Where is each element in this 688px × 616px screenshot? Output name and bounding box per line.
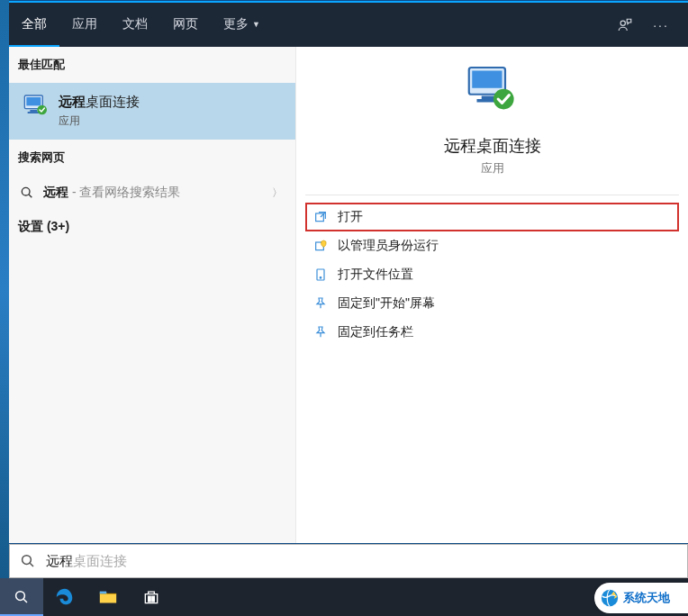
detail-subtitle: 应用 [481,160,504,177]
results-left-pane: 最佳匹配 远程桌面连接 应用 搜索网页 [9,47,296,543]
desktop-background-strip [0,0,9,579]
search-bar-icon [10,553,46,569]
svg-point-11 [493,89,513,110]
search-filter-tabs: 全部 应用 文档 网页 更多 ▼ ··· [9,3,688,47]
svg-rect-19 [149,596,151,599]
action-pin-start[interactable]: 固定到"开始"屏幕 [305,289,679,318]
action-open-location-label: 打开文件位置 [338,267,413,283]
best-match-title-bold: 远程 [59,94,86,109]
svg-point-15 [320,277,321,279]
windows-search-panel: 全部 应用 文档 网页 更多 ▼ ··· 最佳匹配 [9,1,688,543]
taskbar [0,578,688,616]
tab-all[interactable]: 全部 [9,3,59,47]
web-search-label: 远程 - 查看网络搜索结果 [43,185,180,201]
action-run-admin-label: 以管理员身份运行 [338,238,439,254]
svg-rect-9 [481,96,493,100]
svg-point-6 [22,187,30,195]
pin-start-icon [311,296,330,311]
best-match-title: 远程桌面连接 [59,94,286,111]
more-options-button[interactable]: ··· [643,3,679,47]
person-feedback-icon [617,17,633,33]
tabs-spacer [273,3,607,47]
tab-more-label: 更多 [223,16,249,32]
folder-icon [98,587,118,607]
chevron-right-icon: 〉 [272,186,283,201]
svg-point-16 [23,556,32,565]
action-open-label: 打开 [338,209,363,225]
web-search-suffix: - 查看网络搜索结果 [68,185,180,199]
svg-rect-3 [30,110,37,112]
section-web: 搜索网页 [9,140,295,176]
svg-point-5 [37,105,47,115]
taskbar-explorer-button[interactable] [86,578,130,616]
taskbar-search-button[interactable] [0,578,43,616]
remote-desktop-icon [22,92,50,121]
ellipsis-icon: ··· [653,18,669,32]
taskbar-store-button[interactable] [130,578,173,616]
section-best-match: 最佳匹配 [9,47,295,83]
store-icon [142,588,160,606]
action-open-location[interactable]: 打开文件位置 [305,260,679,289]
detail-title: 远程桌面连接 [444,135,541,157]
action-run-admin[interactable]: 以管理员身份运行 [305,231,679,260]
action-pin-start-label: 固定到"开始"屏幕 [338,295,435,312]
chevron-down-icon: ▼ [252,20,260,29]
open-icon [311,210,330,224]
svg-rect-18 [100,592,106,594]
web-search-query: 远程 [43,185,68,199]
shield-icon [311,239,330,253]
section-settings[interactable]: 设置 (3+) [9,210,295,244]
svg-rect-21 [149,600,151,602]
svg-point-17 [16,592,25,601]
search-icon [14,589,30,605]
best-match-item[interactable]: 远程桌面连接 应用 [9,83,295,140]
best-match-title-rest: 桌面连接 [86,94,140,109]
search-input-bar[interactable]: 远程桌面连接 [9,544,688,578]
tab-more[interactable]: 更多 ▼ [211,3,273,47]
search-ghost: 桌面连接 [73,553,127,568]
feedback-button[interactable] [607,3,643,47]
svg-rect-20 [152,596,155,599]
remote-desktop-large-icon [461,61,524,124]
svg-rect-8 [472,71,502,88]
pin-taskbar-icon [311,325,330,340]
watermark-badge: 系统天地 [594,583,688,613]
detail-actions: 打开 以管理员身份运行 打开文件位置 [305,203,679,347]
svg-rect-22 [152,600,155,602]
watermark-text: 系统天地 [623,590,670,606]
search-typed: 远程 [46,553,73,568]
action-open[interactable]: 打开 [305,203,679,231]
detail-right-pane: 远程桌面连接 应用 打开 [296,47,688,543]
best-match-subtitle: 应用 [59,113,286,129]
search-icon [18,186,36,200]
edge-icon [55,587,75,607]
svg-point-0 [620,21,625,25]
search-input-text[interactable]: 远程桌面连接 [46,553,127,570]
taskbar-edge-button[interactable] [43,578,86,616]
tab-docs[interactable]: 文档 [110,3,160,47]
svg-rect-2 [26,97,41,105]
folder-location-icon [311,267,330,282]
detail-header: 远程桌面连接 应用 [305,61,679,195]
svg-point-23 [602,590,618,606]
web-search-row[interactable]: 远程 - 查看网络搜索结果 〉 [9,176,295,210]
action-pin-taskbar-label: 固定到任务栏 [338,324,413,340]
tab-apps[interactable]: 应用 [59,3,110,47]
globe-icon [600,588,620,608]
tab-web[interactable]: 网页 [160,3,211,47]
action-pin-taskbar[interactable]: 固定到任务栏 [305,318,679,347]
